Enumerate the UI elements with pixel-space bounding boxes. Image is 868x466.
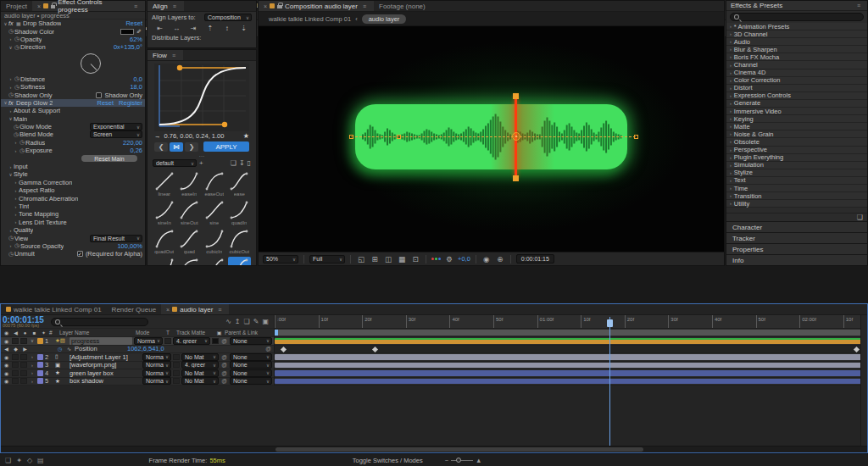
tab-footage[interactable]: Footage (none) <box>374 1 431 11</box>
distance-value[interactable]: 0,0 <box>134 75 142 83</box>
stopwatch-icon[interactable]: ◷ <box>8 235 14 241</box>
top-transform-handle[interactable] <box>513 93 519 99</box>
easing-preset-cell[interactable]: easeOut <box>203 170 226 198</box>
layer-duration-bar[interactable] <box>275 379 865 385</box>
expand-arrow-icon[interactable]: › <box>13 180 19 185</box>
collapsed-panel-tab[interactable]: Tracker <box>726 232 867 243</box>
softness-value[interactable]: 18,0 <box>130 83 142 91</box>
t-switch[interactable] <box>173 370 180 376</box>
stopwatch-icon[interactable]: ◷ <box>13 131 19 138</box>
expand-arrow-icon[interactable]: › <box>8 108 14 114</box>
motion-blur-icon[interactable]: ▣ <box>262 318 269 325</box>
expand-arrow-icon[interactable]: › <box>730 78 732 83</box>
layer-expand-arrow[interactable]: › <box>29 370 36 375</box>
layer-audio-toggle[interactable] <box>12 362 19 368</box>
glow-mode-dropdown[interactable]: Exponential <box>90 123 142 130</box>
composition-viewport[interactable] <box>259 26 724 252</box>
expand-arrow-icon[interactable]: › <box>13 204 19 209</box>
property-row-blend-mode[interactable]: ◷ Blend Mode Screen <box>1 130 145 138</box>
expand-arrow-icon[interactable]: › <box>8 36 14 42</box>
group-row-quality[interactable]: › Quality <box>1 226 145 234</box>
reset-link[interactable]: Reset <box>97 99 114 107</box>
easing-preset-cell[interactable] <box>228 257 252 266</box>
parent-pickwhip-icon[interactable]: @ <box>220 354 228 360</box>
tab-project[interactable]: Project <box>1 1 32 11</box>
align-center-horizontal-icon[interactable]: ↔ <box>171 24 182 33</box>
timeline-search-input[interactable] <box>63 319 144 325</box>
parent-column-header[interactable]: Parent & Link <box>225 330 272 336</box>
expand-arrow-icon[interactable]: › <box>730 54 732 59</box>
easing-preset-cell[interactable] <box>203 257 226 266</box>
collapsed-panel-tab[interactable]: Info <box>726 254 867 265</box>
t-switch[interactable] <box>173 378 180 384</box>
expand-arrow-icon[interactable]: › <box>730 39 732 44</box>
unmult-checkbox[interactable] <box>77 251 83 257</box>
add-preset-icon[interactable]: + <box>199 159 203 167</box>
keyframe-diamond-icon[interactable] <box>372 346 378 352</box>
stopwatch-icon[interactable]: ◷ <box>8 28 14 35</box>
property-row-shadow-only[interactable]: ◷ Shadow Only Shadow Only <box>1 91 145 98</box>
tab-align[interactable]: Align ≡ <box>147 1 184 11</box>
timeline-layer-row[interactable]: ◉ › 5 ★ box shadow Normal No Mat @ <box>1 378 867 386</box>
work-area-bar[interactable] <box>275 330 867 336</box>
layer-label-chip[interactable] <box>37 362 43 368</box>
stopwatch-icon[interactable]: ◷ <box>56 346 64 352</box>
property-row-shadow-color[interactable]: ◷ Shadow Color ✎ <box>1 27 145 35</box>
apply-button[interactable]: APPLY <box>203 141 249 152</box>
expand-arrow-icon[interactable]: › <box>730 47 732 52</box>
align-to-dropdown[interactable]: Composition <box>204 14 252 21</box>
property-row-unmult[interactable]: ◷ Unmult (Required for Alpha) <box>1 250 145 258</box>
lock-icon[interactable] <box>277 5 282 8</box>
easing-preset-cell[interactable] <box>178 257 202 266</box>
close-tab-icon[interactable]: × <box>37 3 41 9</box>
blend-mode-dropdown[interactable]: Normal <box>142 361 171 369</box>
curve-input-icon[interactable]: → <box>154 132 161 140</box>
direction-dial[interactable] <box>81 53 101 74</box>
draft-3d-icon[interactable]: ↥ <box>235 318 241 325</box>
expand-arrow-icon[interactable]: › <box>730 24 732 29</box>
expand-arrow-icon[interactable]: › <box>730 31 732 36</box>
blend-mode-dropdown[interactable]: Normal <box>134 337 163 345</box>
effects-search-input[interactable] <box>742 14 860 20</box>
property-row-radius[interactable]: › ◷ Radius 220,00 <box>1 139 145 147</box>
stopwatch-icon[interactable]: ◷ <box>14 44 20 51</box>
stopwatch-icon[interactable]: ◷ <box>14 84 20 91</box>
statusbar-icon[interactable]: ◇ <box>27 457 32 464</box>
slider-knob[interactable] <box>456 458 461 463</box>
expand-arrow-icon[interactable]: › <box>13 219 19 225</box>
expand-arrow-icon[interactable]: › <box>13 212 19 217</box>
easing-preset-cell[interactable]: quadOut <box>153 228 176 256</box>
expand-arrow-icon[interactable]: › <box>730 124 732 129</box>
easing-preset-cell[interactable]: easeIn <box>178 170 202 198</box>
delete-preset-icon[interactable]: ▯ <box>248 159 251 167</box>
layer-expand-arrow[interactable]: › <box>29 363 36 368</box>
reset-main-button[interactable]: Reset Main <box>81 155 137 163</box>
layer-duration-bar[interactable] <box>275 338 865 344</box>
layer-visibility-toggle[interactable]: ◉ <box>3 378 10 384</box>
stopwatch-icon[interactable]: ◷ <box>8 92 14 98</box>
blend-mode-dropdown[interactable]: Screen <box>90 130 142 138</box>
position-property-row[interactable]: ◀ ◆ ▶ ◷ ∿ Position 1062,6,541,0 @ <box>1 346 867 354</box>
playhead-line[interactable] <box>609 317 610 446</box>
expand-arrow-icon[interactable]: ∨ <box>8 116 14 121</box>
property-row-opacity[interactable]: › ◷ Opacity 62% <box>1 36 145 43</box>
layer-visibility-toggle[interactable]: ◉ <box>3 338 10 344</box>
effect-row-drop-shadow[interactable]: ∨ fx ▦ Drop Shadow Reset <box>1 19 145 27</box>
layer-audio-toggle[interactable] <box>12 338 19 344</box>
layer-solo-toggle[interactable] <box>20 338 27 344</box>
expression-pickwhip-icon[interactable]: @ <box>264 346 272 352</box>
create-preset-icon[interactable]: ❏ <box>857 214 863 221</box>
scrollbar-thumb[interactable] <box>275 447 643 452</box>
expand-arrow-icon[interactable]: › <box>730 201 732 206</box>
align-top-icon[interactable]: ⇡ <box>204 24 215 33</box>
layer-solo-toggle[interactable] <box>20 370 27 376</box>
playhead-marker[interactable] <box>607 319 613 327</box>
layer-name-field[interactable]: progreess <box>70 337 132 345</box>
expand-arrow-icon[interactable]: › <box>730 70 732 75</box>
layer-name[interactable]: box shadow <box>70 377 141 385</box>
frame-blending-icon[interactable]: ✎ <box>253 318 259 325</box>
expand-arrow-icon[interactable]: › <box>13 188 19 193</box>
next-keyframe-icon[interactable]: ▶ <box>21 346 29 352</box>
expand-arrow-icon[interactable]: › <box>730 155 732 160</box>
easing-preset-cell[interactable]: quadIn <box>228 199 252 227</box>
